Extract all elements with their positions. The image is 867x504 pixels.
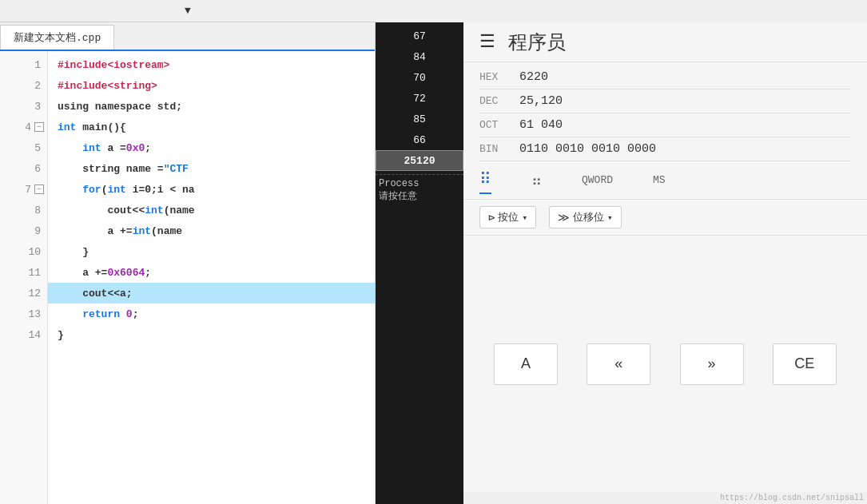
terminal-output-line2: 请按任意 (379, 189, 460, 203)
hex-row: HEX 6220 (479, 65, 851, 89)
editor-tab[interactable]: 新建文本文档.cpp (0, 25, 114, 50)
line-number-5: 5 (0, 137, 47, 158)
calc-buttons-row: A « » CE (463, 236, 867, 492)
terminal-num-85: 85 (376, 109, 463, 129)
bin-row: BIN 0110 0010 0010 0000 (479, 137, 851, 161)
tab-settings-icon[interactable]: ⠶ (531, 172, 542, 192)
line-number-3: 3 (0, 96, 47, 117)
bin-label: BIN (479, 143, 519, 155)
tab-bar: 新建文本文档.cpp (0, 22, 375, 51)
code-area: 1 2 3 4 − 5 6 7 − 8 9 10 11 (0, 51, 375, 504)
tab-ms[interactable]: MS (653, 174, 666, 189)
dec-row: DEC 25,120 (479, 89, 851, 113)
oct-value: 61 040 (519, 118, 563, 132)
line-number-12: 12 (0, 283, 47, 304)
line-number-10: 10 (0, 241, 47, 262)
terminal-numbers: 67 84 70 72 85 66 25120 (376, 22, 463, 171)
hex-label: HEX (479, 71, 519, 83)
bitshift-icon: ≫ (558, 211, 570, 224)
oct-row: OCT 61 040 (479, 113, 851, 137)
oct-label: OCT (479, 119, 519, 131)
dec-value: 25,120 (519, 94, 563, 108)
terminal-highlight-value: 25120 (376, 150, 463, 171)
bitwise-label: 按位 (498, 210, 519, 224)
code-line-6: string name = "CTF (48, 158, 375, 179)
terminal-output: Process 请按任意 (376, 174, 463, 206)
bit-ops-row: ⊳ 按位 ▾ ≫ 位移位 ▾ (463, 200, 867, 236)
line-numbers: 1 2 3 4 − 5 6 7 − 8 9 10 11 (0, 51, 48, 504)
code-line-5: int a = 0x0; (48, 137, 375, 158)
code-line-3: using namespace std; (48, 96, 375, 117)
collapse-btn-4[interactable]: − (34, 122, 44, 132)
bin-value: 0110 0010 0010 0000 (519, 142, 656, 156)
code-line-12: cout<<a; (48, 283, 375, 304)
terminal-num-72: 72 (376, 88, 463, 109)
terminal-num-84: 84 (376, 46, 463, 67)
watermark: https://blog.csdn.net/snipsall (463, 492, 867, 504)
bitwise-arrow-icon: ⊳ (488, 211, 495, 224)
code-line-7: for(int i=0;i < na (48, 179, 375, 200)
code-line-13: return 0; (48, 304, 375, 324)
calc-tabs: ⠿ ⠶ QWORD MS (463, 165, 867, 200)
btn-a[interactable]: A (494, 343, 558, 385)
bitshift-button[interactable]: ≫ 位移位 ▾ (549, 206, 622, 228)
dropdown-arrow-icon: ▼ (185, 5, 191, 17)
line-number-14: 14 (0, 324, 47, 345)
btn-ce[interactable]: CE (773, 343, 837, 385)
collapse-btn-7[interactable]: − (34, 185, 44, 194)
code-line-9: a += int(name (48, 220, 375, 241)
top-dropdown[interactable]: ▼ (108, 0, 268, 22)
calc-title: 程序员 (508, 30, 566, 55)
calc-header: ☰ 程序员 (463, 22, 867, 62)
terminal-output-line1: Process (379, 178, 460, 189)
tab-qword[interactable]: QWORD (582, 174, 613, 189)
terminal-num-70: 70 (376, 67, 463, 88)
calc-values: HEX 6220 DEC 25,120 OCT 61 040 BIN 0110 … (463, 62, 867, 165)
terminal-panel: 67 84 70 72 85 66 25120 Process 请按任意 (376, 22, 463, 504)
line-number-6: 6 (0, 158, 47, 179)
code-line-8: cout<<int(name (48, 200, 375, 220)
line-number-13: 13 (0, 304, 47, 324)
code-line-2: #include<string> (48, 75, 375, 96)
dec-label: DEC (479, 95, 519, 107)
bitshift-dropdown-icon: ▾ (607, 212, 613, 223)
calculator-panel: ☰ 程序员 HEX 6220 DEC 25,120 OCT 61 040 (463, 22, 867, 504)
hex-value: 6220 (519, 70, 548, 84)
code-line-14: } (48, 324, 375, 345)
line-number-8: 8 (0, 200, 47, 220)
btn-right-shift[interactable]: » (680, 343, 744, 385)
terminal-num-67: 67 (376, 26, 463, 46)
terminal-num-66: 66 (376, 129, 463, 150)
code-line-11: a += 0x6064; (48, 262, 375, 283)
line-number-2: 2 (0, 75, 47, 96)
bitshift-label: 位移位 (573, 210, 604, 224)
hamburger-menu-icon[interactable]: ☰ (479, 31, 495, 53)
code-line-4: int main(){ (48, 117, 375, 137)
btn-left-shift[interactable]: « (587, 343, 650, 385)
code-line-1: #include<iostream> (48, 54, 375, 75)
bitwise-button[interactable]: ⊳ 按位 ▾ (479, 206, 536, 228)
line-number-11: 11 (0, 262, 47, 283)
line-number-4: 4 − (0, 117, 47, 137)
line-number-7: 7 − (0, 179, 47, 200)
bitwise-dropdown-icon: ▾ (522, 212, 527, 223)
tab-grid-icon[interactable]: ⠿ (479, 169, 491, 194)
line-number-1: 1 (0, 54, 47, 75)
code-line-10: } (48, 241, 375, 262)
line-number-9: 9 (0, 220, 47, 241)
editor-panel: 新建文本文档.cpp 1 2 3 4 − 5 6 (0, 22, 376, 504)
code-lines-container[interactable]: #include<iostream> #include<string> usin… (48, 51, 375, 504)
